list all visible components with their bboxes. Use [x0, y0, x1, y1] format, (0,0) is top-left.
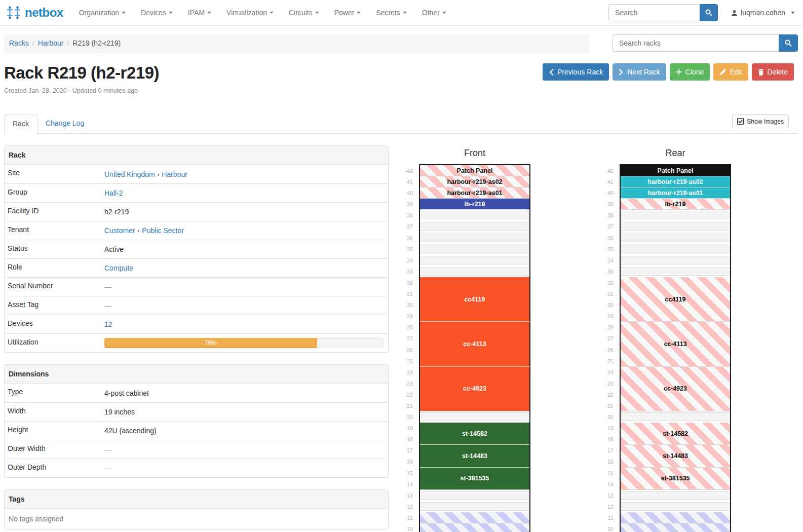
- next-rack-button[interactable]: Next Rack: [613, 63, 666, 81]
- utilization-bar-fill: 76%: [104, 338, 317, 348]
- rack-unit-empty[interactable]: [621, 255, 730, 266]
- previous-rack-button[interactable]: Previous Rack: [543, 63, 609, 81]
- unit-number: 12: [396, 501, 414, 512]
- rack-unit-empty[interactable]: [621, 490, 730, 501]
- unit-number: 32: [396, 277, 414, 288]
- value-link[interactable]: United Kingdom: [104, 170, 155, 178]
- rack-unit-empty[interactable]: [420, 266, 529, 277]
- unit-number: 24: [396, 367, 414, 378]
- rack-unit-device[interactable]: Patch Panel: [420, 165, 529, 176]
- rack-search-input[interactable]: [613, 34, 779, 52]
- front-elevation-title: Front: [419, 146, 530, 160]
- row-label: Status: [5, 240, 101, 258]
- nav-item-devices[interactable]: Devices: [133, 0, 180, 26]
- rack-unit-device[interactable]: st-14483: [621, 445, 730, 467]
- unit-number: 28: [396, 322, 414, 333]
- rack-unit-empty[interactable]: [621, 244, 730, 255]
- rack-unit-empty[interactable]: [420, 501, 529, 512]
- nav-item-label: Devices: [141, 9, 166, 17]
- value-text: Active: [104, 245, 124, 253]
- value-text: —: [104, 283, 111, 291]
- rack-unit-empty[interactable]: [420, 233, 529, 244]
- rack-unit-device[interactable]: cc4119: [621, 277, 730, 322]
- global-search-input[interactable]: [608, 4, 700, 21]
- rack-unit-device[interactable]: cc-4923: [420, 367, 529, 411]
- rack-unit-empty[interactable]: [621, 501, 730, 512]
- user-menu[interactable]: luqman.cohen: [731, 9, 797, 17]
- rack-unit-empty[interactable]: [420, 490, 529, 501]
- value-link[interactable]: Customer: [104, 226, 135, 235]
- rack-unit-reserved[interactable]: [420, 523, 529, 532]
- device-label: st-14582: [462, 430, 487, 437]
- nav-item-secrets[interactable]: Secrets: [368, 0, 414, 26]
- value-link[interactable]: Compute: [104, 264, 133, 272]
- device-label: harbour-r219-as01: [647, 189, 703, 197]
- unit-number: 16: [596, 456, 615, 467]
- rack-unit-empty[interactable]: [420, 244, 529, 255]
- rack-unit-empty[interactable]: [420, 210, 529, 221]
- value-link[interactable]: Harbour: [162, 170, 187, 178]
- chevron-down-icon: [442, 12, 446, 14]
- rack-unit-empty[interactable]: [621, 210, 730, 221]
- nav-item-power[interactable]: Power: [327, 0, 369, 26]
- row-label: Devices: [5, 315, 101, 333]
- breadcrumb-current: R219 (h2-r219): [72, 39, 121, 47]
- rack-unit-device[interactable]: harbour-r219-as01: [621, 187, 730, 199]
- unit-number: 26: [596, 345, 615, 356]
- nav-item-label: Circuits: [289, 9, 313, 17]
- rack-unit-device[interactable]: lb-r219: [621, 199, 730, 210]
- rack-unit-device[interactable]: Patch Panel: [621, 165, 730, 176]
- rack-unit-device[interactable]: st-14483: [420, 445, 529, 467]
- rack-unit-device[interactable]: cc-4923: [621, 367, 730, 411]
- breadcrumb-link[interactable]: Racks: [9, 39, 29, 47]
- rack-search-button[interactable]: [779, 34, 798, 52]
- netbox-brand[interactable]: netbox: [6, 5, 63, 20]
- rack-unit-device[interactable]: harbour-r219-as01: [420, 187, 529, 199]
- value-link[interactable]: Public Sector: [142, 226, 183, 235]
- rack-unit-device[interactable]: st-14582: [621, 423, 730, 445]
- global-search-button[interactable]: [700, 4, 718, 21]
- delete-button[interactable]: Delete: [752, 63, 794, 81]
- rack-unit-empty[interactable]: [621, 221, 730, 232]
- rack-unit-device[interactable]: cc-4113: [420, 322, 529, 366]
- tab-change-log[interactable]: Change Log: [37, 115, 92, 134]
- rack-unit-device[interactable]: st-14582: [420, 423, 529, 445]
- clone-button[interactable]: Clone: [670, 63, 710, 81]
- nav-item-organization[interactable]: Organization: [71, 0, 133, 26]
- button-label: Clone: [685, 68, 704, 76]
- breadcrumb-link[interactable]: Harbour: [38, 39, 64, 47]
- rack-unit-reserved[interactable]: [420, 512, 529, 523]
- rack-unit-empty[interactable]: [420, 221, 529, 232]
- rack-unit-device[interactable]: harbour-r219-as02: [420, 176, 529, 187]
- search-icon: [705, 9, 712, 16]
- rack-unit-empty[interactable]: [420, 411, 529, 423]
- nav-item-circuits[interactable]: Circuits: [281, 0, 327, 26]
- unit-number: 41: [396, 176, 414, 187]
- unit-number: 17: [596, 445, 615, 456]
- rack-unit-device[interactable]: lb-r219: [420, 199, 529, 210]
- dimensions-panel-title: Dimensions: [5, 365, 388, 384]
- rack-unit-empty[interactable]: [621, 411, 730, 423]
- tab-rack[interactable]: Rack: [4, 115, 37, 134]
- nav-item-virtualization[interactable]: Virtualization: [219, 0, 281, 26]
- value-link[interactable]: 12: [104, 320, 112, 328]
- nav-item-other[interactable]: Other: [414, 0, 454, 26]
- show-images-button[interactable]: Show Images: [732, 115, 789, 128]
- rack-unit-device[interactable]: st-381535: [420, 468, 529, 490]
- rack-unit-device[interactable]: cc4119: [420, 277, 529, 322]
- rack-unit-empty[interactable]: [420, 255, 529, 266]
- unit-number: 31: [596, 288, 615, 299]
- edit-button[interactable]: Edit: [713, 63, 748, 81]
- rack-unit-empty[interactable]: [621, 233, 730, 244]
- rack-unit-device[interactable]: harbour-r219-as02: [621, 176, 730, 187]
- rack-unit-empty[interactable]: [621, 266, 730, 277]
- trash-icon: [758, 69, 764, 75]
- unit-number: 15: [396, 468, 414, 479]
- value-link[interactable]: Hall-2: [104, 189, 123, 197]
- rack-unit-device[interactable]: cc-4113: [621, 322, 730, 366]
- rack-unit-device[interactable]: st-381535: [621, 468, 730, 490]
- rack-unit-reserved[interactable]: [621, 523, 730, 532]
- nav-item-ipam[interactable]: IPAM: [180, 0, 219, 26]
- rack-unit-reserved[interactable]: [621, 512, 730, 523]
- row-value: Active: [101, 240, 388, 258]
